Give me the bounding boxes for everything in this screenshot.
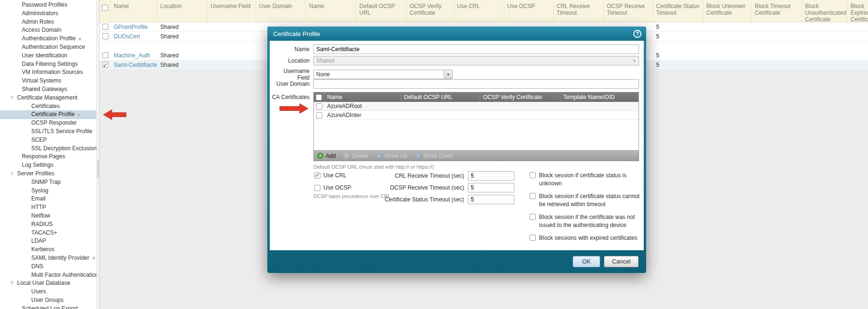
- user-domain-input[interactable]: [313, 79, 639, 89]
- sidebar-item-kerberos[interactable]: Kerberos: [0, 245, 96, 254]
- chevron-down-icon[interactable]: ▼: [444, 70, 452, 79]
- sidebar-item-access-domain[interactable]: Access Domain: [0, 26, 96, 35]
- sidebar-item-snmp-trap[interactable]: SNMP Trap: [0, 178, 96, 187]
- cancel-button[interactable]: Cancel: [604, 256, 639, 267]
- block-option-checkbox[interactable]: [530, 172, 536, 178]
- sidebar-item-ocsp-responder[interactable]: OCSP Responder: [0, 119, 96, 127]
- sidebar-item-ldap[interactable]: LDAP: [0, 237, 96, 245]
- sidebar-item-ssl-tls-service-profile[interactable]: SSL/TLS Service Profile: [0, 127, 96, 136]
- sidebar-item-response-pages[interactable]: Response Pages: [0, 153, 96, 161]
- select-all-checkbox[interactable]: [102, 5, 108, 11]
- sidebar-item-syslog[interactable]: Syslog: [0, 187, 96, 195]
- expander-icon[interactable]: ▽: [10, 170, 17, 178]
- block-option[interactable]: Block session if certificate status cann…: [530, 192, 643, 208]
- ca-column-header-default-ocsp-url[interactable]: Default OCSP URL: [401, 92, 480, 102]
- ok-button[interactable]: OK: [573, 256, 600, 267]
- expander-icon[interactable]: ▽: [10, 94, 17, 102]
- dialog-content: Name Location Shared ▼ Username Field No…: [270, 41, 644, 250]
- timeout-input[interactable]: [468, 195, 514, 204]
- table-column-header-block-timeout-certificate[interactable]: Block Timeout Certificate: [752, 0, 802, 22]
- block-option[interactable]: Block session if the certificate was not…: [530, 213, 643, 229]
- table-column-header-user-domain[interactable]: User Domain: [256, 0, 306, 22]
- table-column-header-use-crl[interactable]: Use CRL: [454, 0, 504, 22]
- sidebar-item-netflow[interactable]: Netflow: [0, 212, 96, 220]
- row-select-checkbox[interactable]: [102, 24, 109, 30]
- sidebar-item-shared-gateways[interactable]: Shared Gateways: [0, 85, 96, 94]
- row-select-checkbox[interactable]: [102, 52, 109, 58]
- ca-column-header-ocsp-verify-certificate[interactable]: OCSP Verify Certificate: [480, 92, 560, 102]
- sidebar-item-authentication-sequence[interactable]: Authentication Sequence: [0, 43, 96, 52]
- table-column-header-username-field[interactable]: Username Field: [208, 0, 256, 22]
- ca-column-header-name[interactable]: Name: [324, 92, 401, 102]
- timeout-input[interactable]: [468, 171, 514, 181]
- ca-table-row[interactable]: AzureADRoot: [314, 102, 639, 111]
- row-name-link[interactable]: Machine_Auth: [114, 52, 150, 59]
- username-field-select[interactable]: None ▼: [313, 70, 453, 79]
- sidebar-item-users[interactable]: Users: [0, 288, 96, 296]
- user-domain-label: User Domain: [270, 81, 313, 87]
- sidebar-item-http[interactable]: HTTP: [0, 203, 96, 212]
- sidebar-item-user-groups[interactable]: User Groups: [0, 296, 96, 305]
- expander-icon[interactable]: ▽: [10, 279, 17, 288]
- sidebar-item-tacacs[interactable]: TACACS+: [0, 229, 96, 237]
- sidebar-item-log-settings[interactable]: Log Settings: [0, 161, 96, 170]
- block-option-checkbox[interactable]: [530, 235, 536, 241]
- sidebar-item-certificates[interactable]: Certificates: [0, 102, 96, 111]
- name-field-row: Name: [270, 45, 639, 54]
- row-name-link[interactable]: Saml-Certitifiacte: [114, 62, 157, 68]
- sidebar-item-email[interactable]: Email: [0, 195, 96, 203]
- sidebar-item-administrators[interactable]: Administrators: [0, 9, 96, 18]
- row-select-checkbox[interactable]: [102, 62, 109, 68]
- ca-row-checkbox[interactable]: [316, 112, 322, 118]
- table-column-header-crl-receive-timeout[interactable]: CRL Receive Timeout: [554, 0, 604, 22]
- block-option[interactable]: Block session if certificate status is u…: [530, 172, 643, 187]
- table-column-header-default-ocsp-url[interactable]: Default OCSP URL: [356, 0, 407, 22]
- table-column-header-ocsp-receive-timeout[interactable]: OCSP Receive Timeout: [604, 0, 653, 22]
- block-option-checkbox[interactable]: [530, 193, 536, 199]
- table-column-header-ocsp-verify-certificate[interactable]: OCSP Verify Certificate: [407, 0, 454, 22]
- sidebar-item-scep[interactable]: SCEP: [0, 136, 96, 145]
- table-column-header-use-ocsp[interactable]: Use OCSP: [504, 0, 554, 22]
- sidebar-item-certificate-management[interactable]: ▽Certificate Management: [0, 94, 96, 102]
- row-name-link[interactable]: DUOsCert: [114, 33, 140, 40]
- sidebar-item-virtual-systems[interactable]: Virtual Systems: [0, 77, 96, 85]
- table-column-header-block-unauthenticated-certificate[interactable]: Block Unauthenticated Certificate: [802, 0, 848, 22]
- table-column-header-name[interactable]: Name: [306, 0, 356, 22]
- table-column-header-block-expired-certificate[interactable]: Block Expired Certificate: [848, 0, 868, 22]
- name-input[interactable]: [313, 45, 639, 54]
- sidebar-item-radius[interactable]: RADIUS: [0, 220, 96, 229]
- block-option[interactable]: Block sessions with expired certificates: [530, 234, 643, 242]
- sidebar-item-user-identification[interactable]: User Identification: [0, 52, 96, 60]
- sidebar-item-multi-factor-authentication[interactable]: Multi Factor Authentication: [0, 271, 96, 280]
- block-option-checkbox[interactable]: [530, 214, 536, 220]
- table-select-all-cell[interactable]: [100, 0, 111, 22]
- ca-table-row[interactable]: AzureADInter: [314, 111, 639, 120]
- sidebar-item-server-profiles[interactable]: ▽Server Profiles: [0, 170, 96, 178]
- sidebar-item-certificate-profile[interactable]: Certificate Profile: [0, 110, 96, 119]
- sidebar-item-dns[interactable]: DNS: [0, 263, 96, 271]
- sidebar-scrollbar-thumb[interactable]: [97, 160, 99, 177]
- sidebar-item-local-user-database[interactable]: ▽Local User Database: [0, 279, 96, 288]
- sidebar-item-scheduled-log-export[interactable]: Scheduled Log Export: [0, 305, 96, 309]
- sidebar-scrollbar[interactable]: [96, 0, 100, 309]
- ca-column-header-template-name-oid[interactable]: Template Name/OID: [560, 92, 639, 102]
- table-column-header-certificate-status-timeout[interactable]: Certificate Status Timeout: [653, 0, 704, 22]
- sidebar-item-admin-roles[interactable]: Admin Roles: [0, 18, 96, 27]
- sidebar-item-ssl-decryption-exclusion[interactable]: SSL Decryption Exclusion: [0, 145, 96, 153]
- sidebar-item-data-filtering-settings[interactable]: Data Filtering Settings: [0, 60, 96, 69]
- ca-row-checkbox[interactable]: [316, 103, 322, 109]
- ca-select-all-checkbox[interactable]: [316, 94, 322, 100]
- ca-select-all-cell[interactable]: [314, 92, 324, 102]
- sidebar-item-saml-identity-provider[interactable]: SAML Identity Provider: [0, 254, 96, 263]
- table-column-header-block-unknown-certificate[interactable]: Block Unknown Certificate: [704, 0, 752, 22]
- row-select-checkbox[interactable]: [102, 33, 109, 39]
- sidebar-item-password-profiles[interactable]: Password Profiles: [0, 1, 96, 9]
- sidebar-item-vm-information-sources[interactable]: VM Information Sources: [0, 68, 96, 77]
- help-icon[interactable]: ?: [633, 30, 641, 38]
- timeout-input[interactable]: [468, 183, 514, 192]
- table-column-header-location[interactable]: Location: [157, 0, 208, 22]
- row-name-link[interactable]: GPcertProfile: [114, 24, 147, 30]
- add-button[interactable]: +Add: [317, 153, 336, 159]
- sidebar-item-authentication-profile[interactable]: Authentication Profile: [0, 35, 96, 43]
- table-column-header-name[interactable]: Name: [111, 0, 157, 22]
